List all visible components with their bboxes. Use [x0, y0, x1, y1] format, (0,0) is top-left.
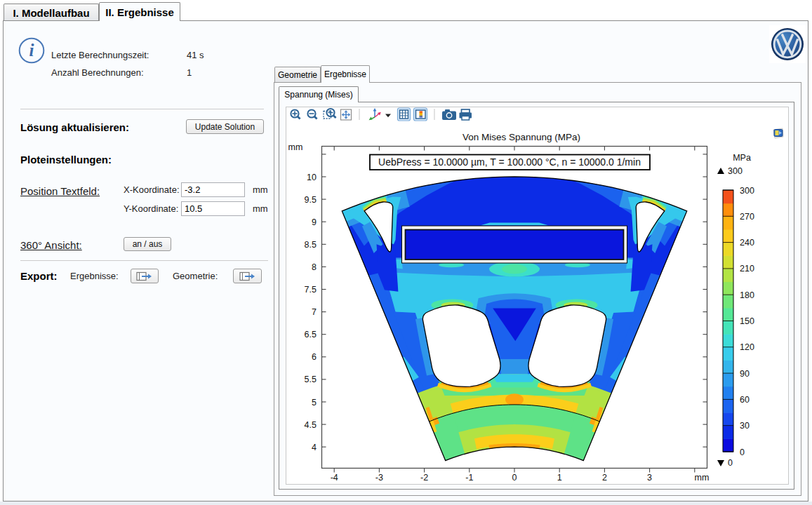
- svg-text:Von Mises Spannung (MPa): Von Mises Spannung (MPa): [462, 132, 580, 142]
- svg-text:-4: -4: [331, 473, 338, 483]
- svg-text:0: 0: [728, 458, 733, 468]
- svg-text:2: 2: [602, 473, 607, 483]
- svg-text:180: 180: [740, 290, 754, 300]
- svg-text:8: 8: [312, 262, 317, 272]
- svg-text:5: 5: [312, 398, 317, 408]
- svg-text:MPa: MPa: [733, 153, 751, 163]
- svg-text:1: 1: [557, 473, 562, 483]
- svg-text:3: 3: [647, 473, 652, 483]
- svg-text:9.5: 9.5: [305, 195, 317, 205]
- svg-text:-3: -3: [375, 473, 383, 483]
- svg-text:10: 10: [307, 173, 317, 182]
- svg-text:8.5: 8.5: [305, 240, 317, 250]
- svg-text:mm: mm: [288, 142, 303, 152]
- svg-text:210: 210: [740, 264, 754, 274]
- svg-text:0: 0: [512, 473, 517, 483]
- svg-text:i: i: [29, 41, 34, 60]
- svg-text:4.5: 4.5: [305, 420, 317, 430]
- svg-text:-1: -1: [465, 473, 473, 483]
- svg-text:7.5: 7.5: [305, 285, 317, 295]
- svg-text:150: 150: [740, 316, 754, 326]
- svg-text:5.5: 5.5: [305, 375, 317, 384]
- svg-text:270: 270: [740, 212, 754, 222]
- svg-text:6.5: 6.5: [305, 330, 317, 339]
- svg-text:4: 4: [312, 443, 317, 452]
- svg-text:300: 300: [728, 166, 743, 176]
- svg-text:240: 240: [740, 238, 754, 248]
- svg-text:UebPress = 10.0000 µm, T = 100: UebPress = 10.0000 µm, T = 100.000 °C, n…: [378, 156, 641, 168]
- svg-text:120: 120: [740, 342, 754, 352]
- svg-text:-2: -2: [420, 473, 428, 483]
- svg-text:90: 90: [740, 369, 750, 379]
- svg-text:30: 30: [740, 421, 750, 431]
- svg-text:9: 9: [312, 217, 317, 227]
- svg-text:7: 7: [312, 307, 317, 317]
- svg-text:300: 300: [740, 186, 754, 196]
- svg-text:6: 6: [312, 352, 317, 362]
- svg-text:mm: mm: [695, 473, 710, 483]
- svg-text:60: 60: [740, 395, 750, 405]
- svg-text:0: 0: [740, 447, 745, 457]
